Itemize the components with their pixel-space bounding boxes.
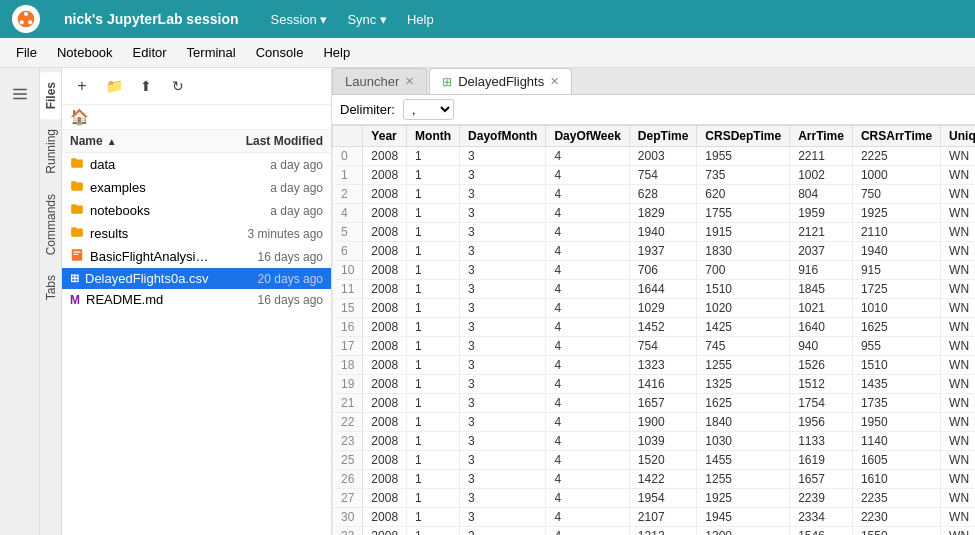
cell: WN (941, 147, 975, 166)
cell: 4 (546, 394, 629, 413)
delimiter-select[interactable]: , ; Tab | (403, 99, 454, 120)
cell: 1829 (629, 204, 696, 223)
tab-close-button[interactable]: ✕ (405, 75, 414, 88)
cell: 1605 (852, 451, 940, 470)
tab-files[interactable]: Files (40, 72, 61, 119)
cell: 3 (460, 394, 546, 413)
tab-inactive[interactable]: Launcher✕ (332, 68, 427, 94)
column-header: DayofMonth (460, 126, 546, 147)
cell: 1754 (790, 394, 853, 413)
help-menu[interactable]: Help (407, 12, 434, 27)
cell: 2008 (363, 166, 407, 185)
file-item[interactable]: ⊞DelayedFlights0a.csv20 days ago (62, 268, 331, 289)
cell: 620 (697, 185, 790, 204)
new-folder-button[interactable]: 📁 (100, 72, 128, 100)
tab-commands[interactable]: Commands (40, 184, 61, 265)
file-item[interactable]: results3 minutes ago (62, 222, 331, 245)
tab-running[interactable]: Running (40, 119, 61, 184)
cell: 3 (460, 280, 546, 299)
side-icons (0, 68, 40, 535)
cell: WN (941, 318, 975, 337)
column-header: Year (363, 126, 407, 147)
menu-console[interactable]: Console (248, 43, 312, 62)
svg-rect-6 (13, 98, 27, 100)
cell: 1039 (629, 432, 696, 451)
menu-editor[interactable]: Editor (125, 43, 175, 62)
cell: 2008 (363, 223, 407, 242)
cell: 745 (697, 337, 790, 356)
cell: 1510 (697, 280, 790, 299)
file-item[interactable]: dataa day ago (62, 153, 331, 176)
cell: 1425 (697, 318, 790, 337)
cell: 1510 (852, 356, 940, 375)
tab-active[interactable]: ⊞DelayedFlights✕ (429, 68, 572, 94)
upload-button[interactable]: ⬆ (132, 72, 160, 100)
column-header (333, 126, 363, 147)
cell: 2107 (629, 508, 696, 527)
file-type-icon: M (70, 293, 80, 307)
cell: 3 (460, 356, 546, 375)
sort-arrow-icon: ▲ (107, 136, 117, 147)
jupyter-logo (12, 5, 40, 33)
side-panel: Files Running Commands Tabs + 📁 ⬆ ↻ 🏠 Na… (40, 68, 332, 535)
cell: 2008 (363, 299, 407, 318)
menu-terminal[interactable]: Terminal (179, 43, 244, 62)
cell: 1644 (629, 280, 696, 299)
tab-tabs[interactable]: Tabs (40, 265, 61, 310)
menu-file[interactable]: File (8, 43, 45, 62)
refresh-button[interactable]: ↻ (164, 72, 192, 100)
row-index: 4 (333, 204, 363, 223)
file-item[interactable]: examplesa day ago (62, 176, 331, 199)
file-modified: 3 minutes ago (213, 227, 323, 241)
cell: 1323 (629, 356, 696, 375)
row-index: 25 (333, 451, 363, 470)
cell: 3 (460, 451, 546, 470)
file-type-icon (70, 202, 84, 219)
cell: 3 (460, 337, 546, 356)
tab-label: DelayedFlights (458, 74, 544, 89)
cell: 940 (790, 337, 853, 356)
file-item[interactable]: BasicFlightAnalysis.ip...16 days ago (62, 245, 331, 268)
main-layout: Files Running Commands Tabs + 📁 ⬆ ↻ 🏠 Na… (0, 68, 975, 535)
new-file-button[interactable]: + (68, 72, 96, 100)
cell: 1255 (697, 470, 790, 489)
menu-help[interactable]: Help (315, 43, 358, 62)
cell: 4 (546, 413, 629, 432)
cell: 1029 (629, 299, 696, 318)
cell: WN (941, 299, 975, 318)
cell: 4 (546, 166, 629, 185)
delimiter-bar: Delimiter: , ; Tab | (332, 95, 975, 125)
cell: 1900 (629, 413, 696, 432)
table-row: 1620081341452142516401625WN (333, 318, 976, 337)
cell: 1657 (790, 470, 853, 489)
table-row: 1520081341029102010211010WN (333, 299, 976, 318)
sync-menu[interactable]: Sync ▾ (347, 12, 387, 27)
file-modified: 16 days ago (213, 293, 323, 307)
cell: 1830 (697, 242, 790, 261)
row-index: 11 (333, 280, 363, 299)
sidebar-toggle[interactable] (2, 76, 38, 112)
home-icon[interactable]: 🏠 (70, 108, 89, 126)
cell: WN (941, 356, 975, 375)
cell: 3 (460, 185, 546, 204)
cell: 1940 (629, 223, 696, 242)
session-menu[interactable]: Session ▾ (271, 12, 328, 27)
cell: 1955 (697, 147, 790, 166)
cell: 1 (407, 223, 460, 242)
file-item[interactable]: notebooksa day ago (62, 199, 331, 222)
cell: 2008 (363, 470, 407, 489)
svg-rect-8 (74, 252, 81, 253)
row-index: 33 (333, 527, 363, 536)
tab-close-button[interactable]: ✕ (550, 75, 559, 88)
cell: 1520 (629, 451, 696, 470)
tab-label: Launcher (345, 74, 399, 89)
menu-notebook[interactable]: Notebook (49, 43, 121, 62)
cell: 4 (546, 508, 629, 527)
cell: 2008 (363, 318, 407, 337)
file-item[interactable]: MREADME.md16 days ago (62, 289, 331, 310)
table-row: 172008134754745940955WN (333, 337, 976, 356)
vertical-tabs: Files Running Commands Tabs (40, 68, 62, 535)
file-type-icon: ⊞ (70, 272, 79, 285)
cell: 1422 (629, 470, 696, 489)
cell: 2225 (852, 147, 940, 166)
